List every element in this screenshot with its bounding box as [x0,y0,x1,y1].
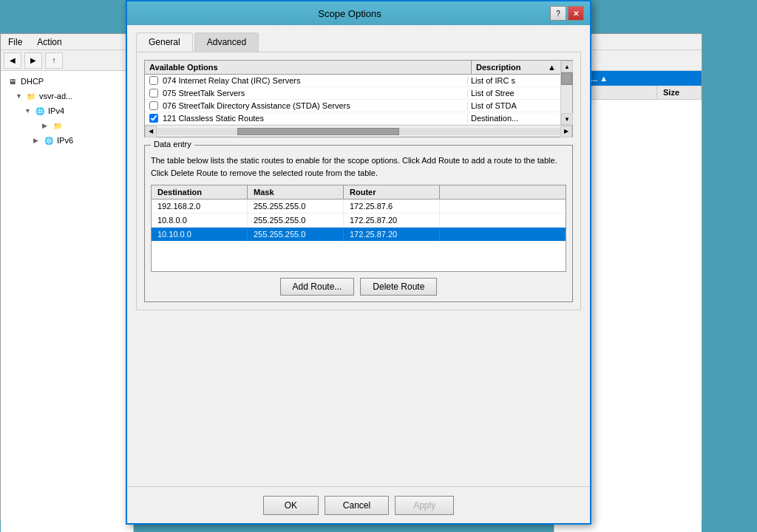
route-row-0[interactable]: 192.168.2.0 255.255.255.0 172.25.87.6 [152,200,566,214]
cancel-button[interactable]: Cancel [325,496,389,515]
route-table-header: Destination Mask Router [152,185,566,200]
tree-folder[interactable]: ▶ 📁 [39,118,130,133]
sort-icon: ▲ [548,63,556,72]
route-mask-1: 255.255.255.0 [248,214,344,227]
route-empty-area [152,242,566,271]
route-extra-1 [440,218,566,222]
route-table: Destination Mask Router 192.168.2.0 255.… [151,185,566,272]
close-button[interactable]: ✕ [568,6,584,21]
tab-content-general: Available Options Description ▲ 074 Inte… [136,52,581,310]
folder-icon: 📁 [25,90,37,102]
subfolder-icon: 📁 [52,120,64,132]
options-main: Available Options Description ▲ 074 Inte… [145,61,560,125]
tree-vsvr[interactable]: ▼ 📁 vsvr-ad... [13,89,130,103]
expand-icon-ipv4: ▼ [24,107,32,115]
tab-advanced[interactable]: Advanced [194,33,259,52]
col-mask: Mask [248,185,344,199]
option-label-076: 076 StreetTalk Directory Assistance (STD… [163,101,467,110]
col-router: Router [344,185,440,199]
available-options-table: Available Options Description ▲ 074 Inte… [144,60,573,137]
delete-route-button[interactable]: Delete Route [360,278,437,296]
options-hscroll[interactable]: ◀ ▶ [145,125,572,137]
checkbox-121[interactable] [149,114,158,123]
route-router-2: 172.25.87.20 [344,228,440,241]
hscroll-left[interactable]: ◀ [145,126,157,137]
help-button[interactable]: ? [550,6,566,21]
option-desc-076: List of STDA [467,101,556,110]
dialog-body: General Advanced Available Options Descr… [127,25,590,486]
option-label-075: 075 StreetTalk Servers [163,89,467,98]
tree-ipv6[interactable]: ▶ 🌐 IPv6 [30,133,130,148]
tree-dhcp[interactable]: 🖥 DHCP [4,74,130,89]
options-vscroll[interactable]: ▲ ▼ [560,61,572,125]
route-router-0: 172.25.87.6 [344,200,440,213]
dialog-title: Scope Options [149,8,550,19]
hscroll-right[interactable]: ▶ [560,126,572,137]
expand-icon: ▼ [16,92,23,100]
col-desc-header: Description ▲ [472,61,560,74]
expand-icon-folder: ▶ [42,122,50,129]
route-extra-0 [440,204,566,208]
vscroll-thumb[interactable] [561,72,572,85]
route-dest-0: 192.168.2.0 [152,200,248,213]
menu-action[interactable]: Action [33,35,66,49]
data-entry-legend: Data entry [151,140,194,149]
option-row-075: 075 StreetTalk Servers List of Stree [145,87,560,100]
menu-file[interactable]: File [4,35,27,49]
route-router-1: 172.25.87.20 [344,214,440,227]
option-row-074: 074 Internet Relay Chat (IRC) Servers Li… [145,75,560,87]
checkbox-076[interactable] [149,101,158,110]
scope-options-dialog: Scope Options ? ✕ General Advanced Avail… [126,0,591,525]
option-desc-075: List of Stree [467,89,556,98]
options-table-wrapper: Available Options Description ▲ 074 Inte… [145,61,572,125]
checkbox-074[interactable] [149,76,158,85]
vscroll-down[interactable]: ▼ [561,113,573,125]
back-btn[interactable]: ◀ [4,52,21,69]
data-entry-group: Data entry The table below lists the sta… [144,145,573,302]
option-row-076: 076 StreetTalk Directory Assistance (STD… [145,100,560,112]
data-entry-description: The table below lists the static routes … [151,154,566,179]
sidebar: 🖥 DHCP ▼ 📁 vsvr-ad... ▼ 🌐 IPv4 ▶ 📁 [1,71,134,532]
vscroll-up[interactable]: ▲ [561,61,573,72]
ipv6-icon: 🌐 [43,134,55,146]
col-destination: Destination [152,185,248,199]
hscroll-thumb[interactable] [237,128,398,135]
ok-button[interactable]: OK [263,496,319,515]
dialog-titlebar: Scope Options ? ✕ [127,1,590,25]
route-dest-2: 10.10.0.0 [152,228,248,241]
expand-icon-ipv6: ▶ [33,137,41,144]
vscroll-track[interactable] [561,72,572,113]
option-label-074: 074 Internet Relay Chat (IRC) Servers [163,76,467,85]
titlebar-buttons: ? ✕ [550,6,584,21]
options-rows: 074 Internet Relay Chat (IRC) Servers Li… [145,75,560,125]
col-extra [440,185,566,199]
add-route-button[interactable]: Add Route... [280,278,355,296]
forward-btn[interactable]: ▶ [24,52,42,69]
option-row-121: 121 Classless Static Routes Destination.… [145,112,560,125]
tree: 🖥 DHCP ▼ 📁 vsvr-ad... ▼ 🌐 IPv4 ▶ 📁 [4,74,130,148]
up-btn[interactable]: ↑ [45,52,63,69]
tree-ipv4[interactable]: ▼ 🌐 IPv4 [21,103,130,118]
option-desc-121: Destination... [467,114,556,123]
apply-button[interactable]: Apply [395,496,454,515]
options-header: Available Options Description ▲ [145,61,560,75]
dhcp-icon: 🖥 [7,75,18,87]
ipv4-icon: 🌐 [34,105,46,117]
col-available-header: Available Options [145,61,472,74]
option-label-121: 121 Classless Static Routes [163,114,467,123]
route-extra-2 [440,232,566,236]
route-buttons: Add Route... Delete Route [151,278,566,296]
route-dest-1: 10.8.0.0 [152,214,248,227]
tab-general[interactable]: General [136,33,193,52]
dialog-footer: OK Cancel Apply [127,486,590,523]
tab-bar: General Advanced [136,33,581,52]
route-mask-0: 255.255.255.0 [248,200,344,213]
route-row-1[interactable]: 10.8.0.0 255.255.255.0 172.25.87.20 [152,214,566,228]
route-row-2[interactable]: 10.10.0.0 255.255.255.0 172.25.87.20 [152,228,566,242]
route-mask-2: 255.255.255.0 [248,228,344,241]
hscroll-track[interactable] [157,128,560,135]
checkbox-075[interactable] [149,89,158,98]
option-desc-074: List of IRC s [467,76,556,85]
